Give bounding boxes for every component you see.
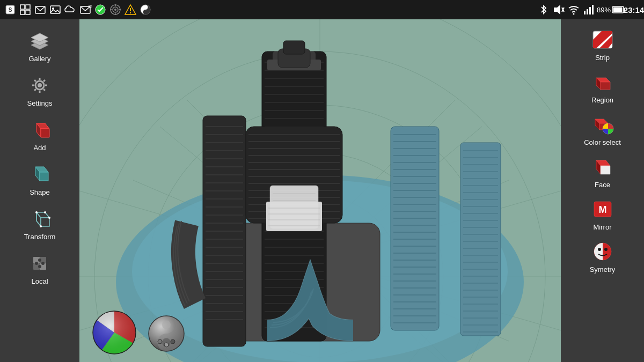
svg-point-69	[38, 258, 41, 262]
sidebar-item-add[interactable]: Add	[0, 113, 79, 157]
svg-marker-57	[41, 218, 49, 226]
svg-point-62	[44, 211, 46, 213]
svg-point-265	[598, 248, 601, 251]
svg-marker-261	[601, 166, 610, 174]
svg-rect-29	[584, 11, 586, 14]
right-item-mirror[interactable]: M Mirror	[561, 193, 644, 235]
svg-point-40	[38, 83, 42, 87]
local-label: Local	[31, 277, 48, 285]
svg-text:M: M	[598, 204, 606, 215]
svg-rect-176	[391, 127, 439, 330]
local-icon	[26, 252, 54, 275]
svg-rect-32	[592, 5, 594, 14]
sidebar-item-gallery[interactable]: Gallery	[0, 24, 79, 68]
svg-rect-2	[20, 5, 25, 9]
svg-rect-4	[20, 10, 25, 14]
cloud-icon	[64, 4, 76, 16]
transform-icon	[26, 207, 54, 231]
color-select-label: Color select	[584, 138, 621, 146]
status-icons-right: 89% 23:14	[538, 4, 640, 16]
sidebar-item-transform[interactable]: Transform	[0, 202, 79, 246]
svg-point-63	[48, 217, 50, 219]
right-item-symetry[interactable]: Symetry	[561, 235, 644, 278]
svg-rect-234	[283, 41, 305, 54]
svg-marker-254	[601, 82, 610, 90]
svg-rect-31	[589, 7, 591, 14]
svg-point-70	[38, 265, 41, 268]
model-canvas	[79, 19, 561, 362]
svg-line-48	[34, 89, 36, 91]
mute-icon	[553, 4, 565, 16]
svg-point-64	[40, 225, 42, 227]
symetry-icon	[589, 240, 617, 263]
strip-label: Strip	[595, 54, 610, 62]
target-icon	[109, 4, 121, 16]
wifi-icon	[568, 4, 580, 16]
svg-text:S: S	[9, 7, 12, 13]
svg-marker-25	[554, 5, 560, 14]
gallery-icon	[26, 29, 54, 53]
right-item-region[interactable]: Region	[561, 66, 644, 108]
svg-line-47	[43, 80, 45, 82]
settings-icon	[26, 73, 54, 97]
gallery-label: Gallery	[28, 55, 50, 63]
right-item-face[interactable]: Face	[561, 151, 644, 193]
svg-point-249	[164, 343, 169, 347]
settings-label: Settings	[27, 99, 53, 107]
yinyang-icon	[140, 4, 151, 16]
shape-label: Shape	[30, 188, 50, 196]
svg-line-45	[34, 80, 36, 82]
mail-icon	[34, 4, 46, 16]
grid-icon	[19, 4, 31, 16]
transform-label: Transform	[24, 233, 56, 241]
color-sphere[interactable]	[90, 308, 138, 357]
symetry-label: Symetry	[590, 265, 616, 274]
clock-display: 23:14	[628, 4, 640, 16]
sidebar-item-shape[interactable]: Shape	[0, 157, 79, 202]
svg-rect-30	[587, 9, 588, 14]
region-icon	[589, 70, 617, 94]
svg-point-23	[144, 6, 147, 9]
face-icon	[589, 155, 617, 179]
add-icon	[26, 118, 54, 142]
svg-marker-54	[40, 172, 48, 181]
svg-point-28	[573, 13, 575, 15]
signal-icon	[583, 4, 595, 16]
svg-point-21	[130, 12, 131, 13]
svg-rect-35	[613, 8, 623, 12]
strip-icon	[589, 28, 617, 51]
status-icons-left: S	[4, 4, 151, 16]
material-ball[interactable]	[147, 314, 187, 354]
warning-icon	[125, 4, 136, 16]
left-sidebar: Gallery	[0, 19, 79, 362]
app-s-icon: S	[4, 4, 16, 16]
svg-point-245	[162, 321, 171, 329]
sidebar-item-settings[interactable]: Settings	[0, 68, 79, 113]
face-label: Face	[595, 181, 610, 189]
right-item-strip[interactable]: Strip	[561, 24, 644, 66]
svg-rect-3	[26, 5, 30, 9]
svg-rect-5	[26, 10, 30, 14]
battery-percent-label: 89%	[598, 4, 610, 16]
bluetooth-icon	[538, 4, 550, 16]
color-select-icon	[589, 113, 617, 136]
svg-point-248	[158, 339, 162, 344]
right-item-color-select[interactable]: Color select	[561, 108, 644, 151]
status-bar: S	[0, 0, 644, 19]
sidebar-item-local[interactable]: Local	[0, 246, 79, 291]
shape-icon	[26, 162, 54, 186]
svg-text:@: @	[88, 4, 92, 9]
svg-point-14	[114, 9, 116, 11]
svg-line-46	[43, 89, 45, 91]
region-label: Region	[591, 96, 613, 104]
check-circle-icon	[94, 4, 106, 16]
svg-point-72	[41, 262, 45, 265]
svg-point-24	[144, 11, 147, 13]
battery-icon	[613, 4, 625, 16]
right-sidebar: Strip Region	[561, 19, 644, 362]
viewport[interactable]	[79, 19, 561, 362]
mirror-label: Mirror	[594, 223, 612, 231]
svg-point-266	[604, 248, 608, 251]
main-area: Gallery	[0, 19, 644, 362]
svg-point-250	[171, 339, 175, 344]
